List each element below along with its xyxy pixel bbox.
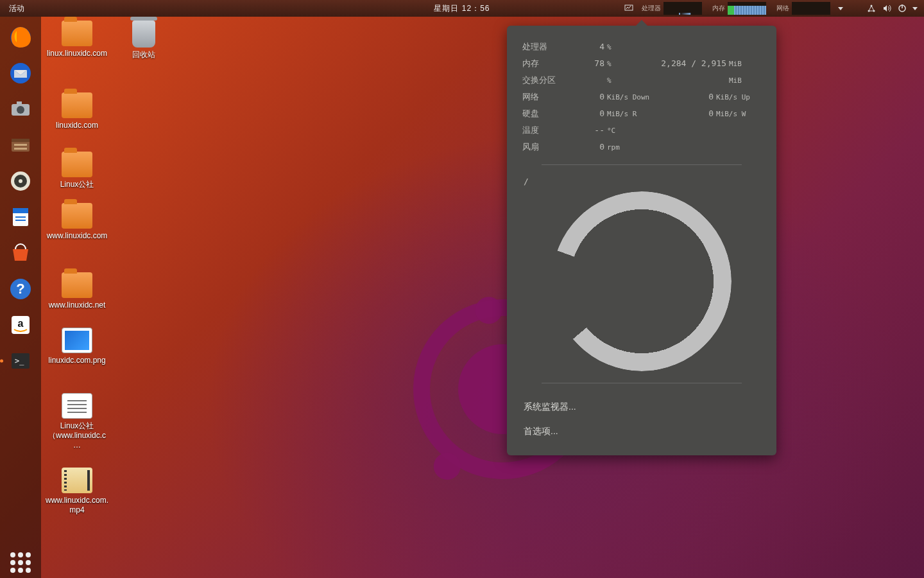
monitor-icon[interactable]: [624, 3, 634, 13]
network-icon[interactable]: [866, 3, 877, 13]
svg-rect-0: [625, 5, 633, 10]
cpu-monitor-label: 处理器: [642, 4, 661, 13]
dock-files[interactable]: [5, 130, 36, 161]
activities-button[interactable]: 活动: [0, 0, 33, 17]
dock-writer[interactable]: [5, 202, 36, 232]
image-file-icon: [62, 328, 92, 353]
dock-software[interactable]: [5, 238, 36, 268]
svg-rect-12: [12, 139, 30, 142]
stat-row-mem: 内存 78 % 2,284 / 2,915 MiB: [522, 58, 761, 69]
dock-terminal[interactable]: >_: [5, 346, 36, 376]
top-bar: 活动 星期日 12：56 处理器 内存 网络: [0, 0, 924, 17]
desktop-icon[interactable]: linuxidc.com: [45, 92, 109, 130]
dock-shotwell[interactable]: [5, 94, 36, 125]
net-monitor[interactable]: 网络: [774, 0, 833, 17]
desktop-icon[interactable]: www.linuxidc.com.mp4: [45, 468, 109, 515]
stat-row-disk: 硬盘 0 MiB/s R 0 MiB/s W: [522, 108, 761, 119]
power-icon[interactable]: [897, 3, 907, 13]
desktop-icon[interactable]: Linux公社（www.linuxidc.c…: [45, 393, 109, 450]
open-system-monitor-link[interactable]: 系统监视器...: [522, 395, 761, 419]
mount-label: /: [524, 177, 761, 186]
mem-monitor[interactable]: 内存: [710, 0, 769, 17]
mem-graph: [728, 2, 766, 15]
text-file-icon: [62, 393, 92, 419]
chevron-down-icon[interactable]: [912, 7, 918, 10]
preferences-link[interactable]: 首选项...: [522, 419, 761, 444]
separator: [542, 383, 742, 383]
stat-row-fan: 风扇 0 rpm: [522, 141, 761, 153]
dock-rhythmbox[interactable]: [5, 166, 36, 197]
dock-firefox[interactable]: [5, 22, 36, 53]
trash-glyph: [132, 21, 155, 48]
dock-thunderbird[interactable]: [5, 58, 36, 89]
trash-icon[interactable]: 回收站: [112, 21, 176, 60]
svg-point-9: [17, 106, 24, 114]
desktop[interactable]: linux.linuxidc.com linuxidc.com Linux公社 …: [41, 17, 924, 578]
desktop-icon[interactable]: www.linuxidc.net: [45, 272, 109, 310]
svg-rect-10: [17, 101, 22, 105]
svg-text:a: a: [18, 318, 24, 329]
dock-help[interactable]: ?: [5, 274, 36, 304]
net-monitor-label: 网络: [776, 4, 789, 13]
stats-table: 处理器 4 % 内存 78 % 2,284 / 2,915 MiB 交换分区 %…: [522, 41, 761, 153]
svg-rect-14: [14, 148, 27, 150]
separator: [542, 164, 742, 165]
cpu-graph: [663, 2, 702, 15]
desktop-icon[interactable]: www.linuxidc.com: [45, 203, 109, 241]
volume-icon[interactable]: [882, 3, 892, 13]
svg-point-17: [19, 179, 22, 183]
stat-row-cpu: 处理器 4 %: [522, 41, 761, 53]
show-apps-button[interactable]: [5, 547, 36, 578]
svg-rect-19: [13, 208, 28, 213]
net-graph: [792, 2, 830, 15]
svg-text:?: ?: [16, 281, 24, 297]
desktop-icon[interactable]: linux.linuxidc.com: [45, 21, 109, 58]
folder-icon: [62, 152, 92, 177]
dock-amazon[interactable]: a: [5, 310, 36, 340]
folder-icon: [62, 92, 92, 118]
grid-icon: [10, 552, 31, 573]
clock[interactable]: 星期日 12：56: [434, 3, 490, 14]
cpu-monitor[interactable]: 处理器: [639, 0, 705, 17]
stat-row-net: 网络 0 KiB/s Down 0 KiB/s Up: [522, 91, 761, 103]
system-monitor-popover: 处理器 4 % 内存 78 % 2,284 / 2,915 MiB 交换分区 %…: [507, 26, 776, 455]
video-file-icon: [62, 468, 92, 493]
dock: ? a >_: [0, 17, 41, 578]
folder-icon: [62, 272, 92, 298]
chevron-down-icon[interactable]: [838, 7, 843, 10]
folder-icon: [62, 21, 92, 46]
desktop-icon[interactable]: linuxidc.com.png: [45, 328, 109, 365]
mem-monitor-label: 内存: [712, 4, 725, 13]
svg-text:>_: >_: [15, 356, 24, 365]
stat-row-temp: 温度 -- °C: [522, 125, 761, 136]
system-tray: 处理器 内存 网络: [624, 0, 924, 17]
stat-row-swap: 交换分区 % MiB: [522, 74, 761, 86]
folder-icon: [62, 203, 92, 229]
desktop-icon[interactable]: Linux公社: [45, 152, 109, 189]
disk-usage-chart: [552, 191, 732, 371]
svg-rect-13: [14, 144, 27, 146]
